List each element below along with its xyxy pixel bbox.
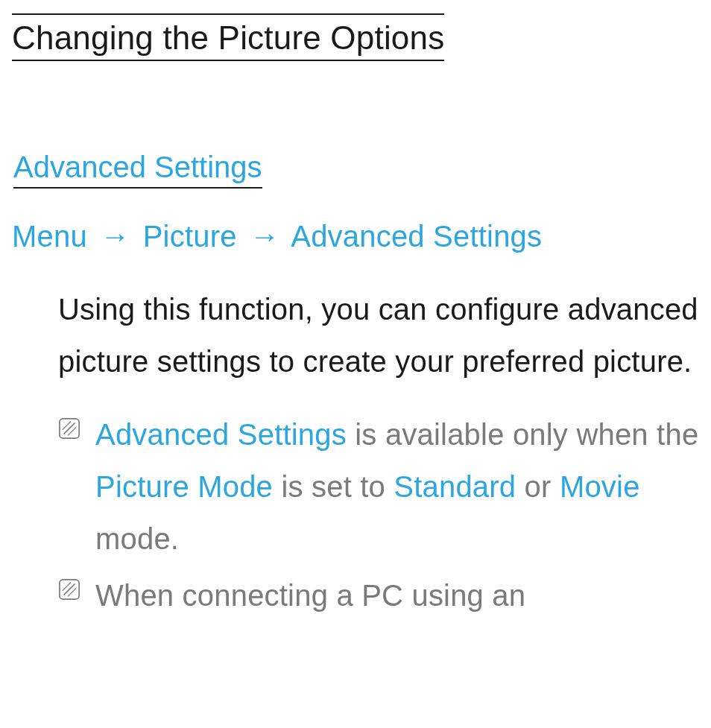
arrow-icon: →	[95, 220, 134, 253]
breadcrumb: Menu → Picture → Advanced Settings	[12, 220, 699, 253]
arrow-icon: →	[245, 220, 284, 253]
breadcrumb-item: Picture	[143, 220, 237, 253]
note-icon	[58, 417, 80, 440]
note-icon	[58, 578, 80, 601]
page-title: Changing the Picture Options	[12, 13, 444, 61]
section: Advanced Settings Menu → Picture → Advan…	[12, 151, 699, 621]
section-paragraph: Using this function, you can configure a…	[58, 283, 699, 387]
note-text: Advanced Settings is available only when…	[95, 408, 699, 565]
section-body: Using this function, you can configure a…	[58, 283, 699, 621]
note-item: Advanced Settings is available only when…	[58, 408, 699, 565]
note-item: When connecting a PC using an	[58, 569, 699, 621]
note-list: Advanced Settings is available only when…	[58, 408, 699, 621]
svg-line-5	[64, 584, 75, 595]
section-heading: Advanced Settings	[13, 151, 262, 189]
page-root: Changing the Picture Options Advanced Se…	[0, 0, 711, 621]
breadcrumb-item: Advanced Settings	[291, 220, 542, 253]
note-text: When connecting a PC using an	[95, 569, 525, 621]
breadcrumb-item: Menu	[12, 220, 87, 253]
svg-line-1	[64, 423, 75, 434]
